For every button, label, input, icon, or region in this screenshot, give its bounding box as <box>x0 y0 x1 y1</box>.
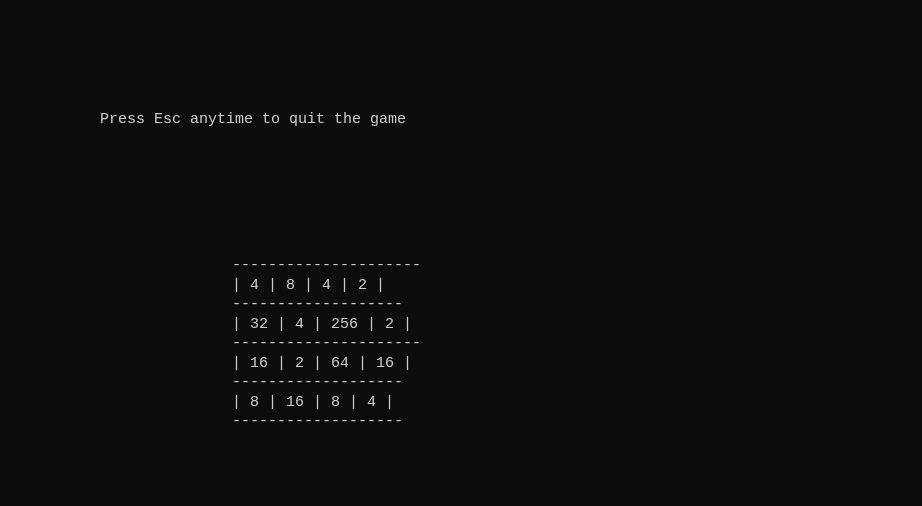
board-separator: ------------------- <box>232 374 403 391</box>
board-row: | 8 | 16 | 8 | 4 | <box>232 394 394 411</box>
board-row: | 32 | 4 | 256 | 2 | <box>232 316 412 333</box>
game-board: --------------------- | 4 | 8 | 4 | 2 | … <box>0 237 922 432</box>
board-row: | 16 | 2 | 64 | 16 | <box>232 355 412 372</box>
board-separator: ------------------- <box>232 296 403 313</box>
quit-instruction: Press Esc anytime to quit the game <box>0 110 922 130</box>
board-separator: ------------------- <box>232 413 403 430</box>
board-separator: --------------------- <box>232 257 421 274</box>
board-separator: --------------------- <box>232 335 421 352</box>
board-row: | 4 | 8 | 4 | 2 | <box>232 277 385 294</box>
